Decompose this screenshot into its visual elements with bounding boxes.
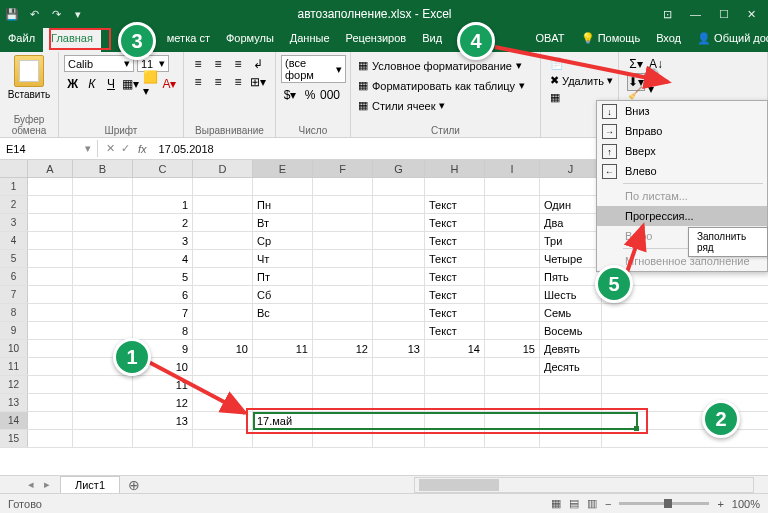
cell[interactable] [485,322,540,339]
row-header[interactable]: 13 [0,394,28,411]
fx-icon[interactable]: fx [138,143,153,155]
select-all-corner[interactable] [0,160,28,177]
cell[interactable]: 13 [133,412,193,429]
comma-icon[interactable]: 000 [321,86,339,104]
cell[interactable] [193,178,253,195]
cell[interactable] [73,268,133,285]
cell[interactable] [425,412,485,429]
cell[interactable] [485,196,540,213]
cell[interactable] [373,286,425,303]
view-normal-icon[interactable]: ▦ [551,497,561,510]
cell[interactable] [73,214,133,231]
cell[interactable] [28,322,73,339]
col-header[interactable]: F [313,160,373,177]
cell[interactable] [540,376,602,393]
undo-icon[interactable]: ↶ [26,6,42,22]
merge-icon[interactable]: ⊞▾ [249,73,267,91]
cell[interactable] [373,232,425,249]
cell[interactable] [253,430,313,447]
cell[interactable]: Один [540,196,602,213]
cell[interactable] [28,376,73,393]
cell[interactable] [28,430,73,447]
autosum-icon[interactable]: Σ▾ [627,55,645,73]
cell[interactable]: 15 [485,340,540,357]
cell[interactable]: 5 [133,268,193,285]
cell[interactable] [373,178,425,195]
cell[interactable] [133,178,193,195]
cell[interactable] [28,232,73,249]
col-header[interactable]: C [133,160,193,177]
cell[interactable] [373,412,425,429]
cell[interactable] [373,268,425,285]
cell[interactable] [313,286,373,303]
cell[interactable] [313,178,373,195]
cell[interactable]: 1 [133,196,193,213]
cell[interactable]: Сб [253,286,313,303]
cell[interactable]: Пт [253,268,313,285]
cell[interactable]: Текст [425,322,485,339]
cell[interactable] [73,412,133,429]
align-right-icon[interactable]: ≡ [229,73,247,91]
view-break-icon[interactable]: ▥ [587,497,597,510]
wrap-icon[interactable]: ↲ [249,55,267,73]
sheet-nav-next-icon[interactable]: ▸ [44,478,60,491]
italic-button[interactable]: К [83,75,100,93]
cell[interactable] [485,394,540,411]
cell[interactable] [28,286,73,303]
cell[interactable] [193,214,253,231]
tab-acrobat[interactable]: OBAT [495,28,572,52]
cell[interactable] [193,286,253,303]
cell[interactable] [73,196,133,213]
cell[interactable] [313,322,373,339]
cell[interactable] [28,340,73,357]
tab-file[interactable]: Файл [0,28,43,52]
ribbon-options-icon[interactable]: ⊡ [663,8,672,21]
cell[interactable] [253,376,313,393]
minimize-icon[interactable]: — [690,8,701,21]
currency-icon[interactable]: $▾ [281,86,299,104]
cell[interactable]: 10 [193,340,253,357]
cell[interactable]: Текст [425,196,485,213]
cell[interactable] [133,430,193,447]
cell[interactable]: Семь [540,304,602,321]
cell[interactable]: 12 [313,340,373,357]
cell[interactable]: Два [540,214,602,231]
qat-more-icon[interactable]: ▾ [70,6,86,22]
cell[interactable] [485,286,540,303]
paste-button[interactable]: Вставить [5,55,53,100]
tab-home[interactable]: Главная [43,28,101,52]
cell[interactable] [313,196,373,213]
cell[interactable] [373,394,425,411]
cell[interactable] [193,196,253,213]
underline-button[interactable]: Ч [102,75,119,93]
cell[interactable] [425,178,485,195]
cell[interactable] [193,358,253,375]
row-header[interactable]: 2 [0,196,28,213]
cell[interactable]: Текст [425,286,485,303]
tab-formulas[interactable]: Формулы [218,28,282,52]
cell[interactable] [253,178,313,195]
cell[interactable] [485,268,540,285]
col-header[interactable]: E [253,160,313,177]
cell[interactable] [253,322,313,339]
delete-cells-button[interactable]: ✖ Удалить ▾ [546,72,613,89]
align-bot-icon[interactable]: ≡ [229,55,247,73]
cell[interactable] [540,412,602,429]
cell[interactable] [73,394,133,411]
cell[interactable] [193,232,253,249]
bold-button[interactable]: Ж [64,75,81,93]
cell[interactable] [313,394,373,411]
cell[interactable] [193,430,253,447]
cell[interactable] [540,430,602,447]
close-icon[interactable]: ✕ [747,8,756,21]
fill-series-item[interactable]: Прогрессия... [597,206,767,226]
cell[interactable]: Текст [425,214,485,231]
share-button[interactable]: 👤 Общий доступ [689,28,768,52]
col-header[interactable]: G [373,160,425,177]
cell[interactable] [373,304,425,321]
cell[interactable]: 11 [133,376,193,393]
row-header[interactable]: 5 [0,250,28,267]
cell[interactable] [193,412,253,429]
cell[interactable]: Текст [425,250,485,267]
cell[interactable] [73,376,133,393]
